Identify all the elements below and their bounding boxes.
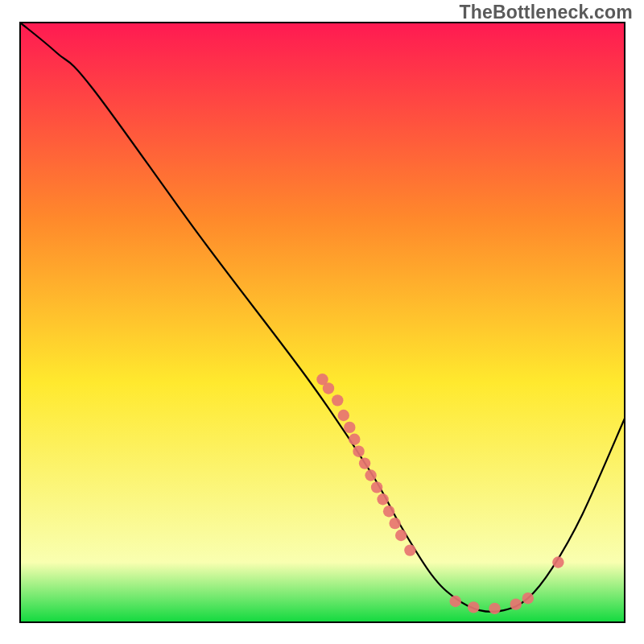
data-marker bbox=[365, 469, 376, 481]
data-marker bbox=[377, 493, 388, 505]
data-marker bbox=[383, 506, 394, 517]
data-marker bbox=[552, 556, 564, 568]
data-marker bbox=[404, 544, 415, 555]
data-marker bbox=[344, 422, 355, 433]
data-marker bbox=[332, 394, 343, 406]
data-marker bbox=[389, 518, 400, 529]
data-marker bbox=[510, 598, 522, 609]
data-marker bbox=[323, 382, 334, 394]
data-marker bbox=[359, 457, 370, 469]
bottleneck-chart bbox=[0, 0, 644, 644]
data-marker bbox=[395, 530, 407, 541]
chart-container: TheBottleneck.com bbox=[0, 0, 644, 644]
data-marker bbox=[468, 601, 479, 613]
data-marker bbox=[371, 481, 382, 493]
data-marker bbox=[349, 434, 360, 445]
data-marker bbox=[522, 592, 534, 604]
data-marker bbox=[450, 596, 461, 607]
data-marker bbox=[353, 445, 364, 456]
watermark-text: TheBottleneck.com bbox=[459, 2, 633, 23]
data-marker bbox=[489, 603, 500, 614]
data-marker bbox=[338, 410, 349, 421]
